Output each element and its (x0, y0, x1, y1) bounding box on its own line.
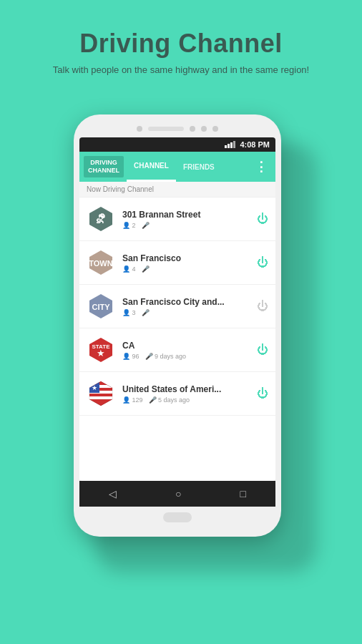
channel-info-road: 301 Brannan Street 👤 2 🎤 (122, 210, 250, 229)
svg-text:★: ★ (97, 348, 105, 358)
camera-dot-2 (190, 126, 195, 132)
list-item: STATE ★ CA 👤 96 🎤 9 days ago ⏻ (79, 328, 275, 372)
phone-mockup: 4:08 PM DRIVING CHANNEL CHANNEL FRIENDS … (74, 114, 288, 558)
channel-name: 301 Brannan Street (122, 210, 250, 220)
list-item: ⛐ 301 Brannan Street 👤 2 🎤 ⏻ (79, 197, 275, 241)
section-label: Now Driving Channel (79, 182, 275, 197)
channel-meta: 👤 4 🎤 (122, 265, 250, 273)
power-button[interactable]: ⏻ (257, 387, 268, 400)
page-title: Driving Channel (0, 0, 362, 59)
tab-channel[interactable]: CHANNEL (127, 152, 176, 182)
back-button[interactable]: ◁ (109, 488, 117, 499)
channel-name: San Francisco City and... (122, 297, 250, 307)
svg-rect-14 (89, 396, 112, 399)
svg-text:CITY: CITY (92, 303, 110, 311)
channel-icon-city: CITY (87, 292, 115, 321)
list-item: TOWN San Francisco 👤 4 🎤 ⏻ (79, 241, 275, 285)
status-time: 4:08 PM (240, 140, 270, 149)
channel-name: United States of Ameri... (122, 384, 250, 394)
camera-dot (137, 126, 142, 132)
meta-users: 👤 96 (122, 353, 140, 360)
meta-time: 🎤 9 days ago (145, 353, 187, 360)
phone-top-bar (79, 122, 275, 137)
channel-meta: 👤 3 🎤 (122, 309, 250, 316)
meta-mic: 🎤 (142, 265, 150, 273)
phone-screen: 4:08 PM DRIVING CHANNEL CHANNEL FRIENDS … (79, 137, 275, 481)
channel-meta: 👤 2 🎤 (122, 222, 250, 229)
signal-icon (225, 141, 235, 148)
svg-text:⛐: ⛐ (95, 213, 107, 225)
camera-dot-3 (201, 126, 207, 132)
phone-nav-bar: ◁ ○ □ (79, 481, 275, 507)
channel-icon-town: TOWN (87, 248, 115, 277)
phone-outer: 4:08 PM DRIVING CHANNEL CHANNEL FRIENDS … (74, 114, 281, 537)
more-menu-button[interactable]: ⋮ (252, 159, 271, 175)
channel-icon-state: STATE ★ (87, 336, 115, 364)
brand-line1: DRIVING (88, 159, 119, 167)
speaker (148, 127, 184, 131)
channel-info-city: San Francisco City and... 👤 3 🎤 (122, 297, 250, 316)
meta-users: 👤 4 (122, 265, 136, 273)
power-button[interactable]: ⏻ (257, 256, 268, 269)
signal-bar-1 (225, 145, 227, 148)
svg-text:TOWN: TOWN (89, 259, 112, 268)
meta-users: 👤 129 (122, 396, 143, 404)
signal-bar-2 (228, 144, 230, 148)
app-header: DRIVING CHANNEL CHANNEL FRIENDS ⋮ (79, 152, 275, 182)
meta-time: 🎤 5 days ago (149, 396, 190, 404)
signal-bar-4 (233, 141, 235, 148)
meta-users: 👤 3 (122, 309, 136, 316)
header-tabs: CHANNEL FRIENDS (127, 152, 252, 182)
meta-mic: 🎤 (142, 222, 150, 229)
header-brand: DRIVING CHANNEL (84, 156, 124, 177)
list-item: CITY San Francisco City and... 👤 3 🎤 ⏻ (79, 285, 275, 328)
home-button[interactable]: ○ (175, 488, 181, 499)
phone-footer (79, 507, 275, 527)
channel-meta: 👤 129 🎤 5 days ago (122, 396, 250, 404)
power-button[interactable]: ⏻ (257, 343, 268, 356)
channel-name: San Francisco (122, 253, 250, 263)
list-item: ★ United States of Ameri... 👤 129 🎤 5 da… (79, 372, 275, 416)
channel-icon-road: ⛐ (87, 205, 115, 233)
signal-bar-3 (230, 142, 233, 148)
channel-info-flag: United States of Ameri... 👤 129 🎤 5 days… (122, 384, 250, 404)
power-button[interactable]: ⏻ (257, 213, 268, 225)
tab-friends[interactable]: FRIENDS (176, 152, 222, 182)
channel-name: CA (122, 341, 250, 351)
recents-button[interactable]: □ (240, 488, 246, 499)
channel-info-town: San Francisco 👤 4 🎤 (122, 253, 250, 273)
page-subtitle: Talk with people on the same highway and… (0, 59, 362, 89)
camera-dot-4 (212, 126, 218, 132)
brand-line2: CHANNEL (88, 167, 119, 175)
meta-mic: 🎤 (142, 309, 150, 316)
channel-icon-flag: ★ (87, 379, 115, 408)
home-pill[interactable] (163, 512, 192, 522)
channel-list: ⛐ 301 Brannan Street 👤 2 🎤 ⏻ (79, 197, 275, 416)
meta-users: 👤 2 (122, 222, 136, 229)
channel-info-state: CA 👤 96 🎤 9 days ago (122, 341, 250, 360)
channel-meta: 👤 96 🎤 9 days ago (122, 353, 250, 360)
status-bar: 4:08 PM (79, 137, 275, 152)
power-button[interactable]: ⏻ (257, 300, 268, 313)
